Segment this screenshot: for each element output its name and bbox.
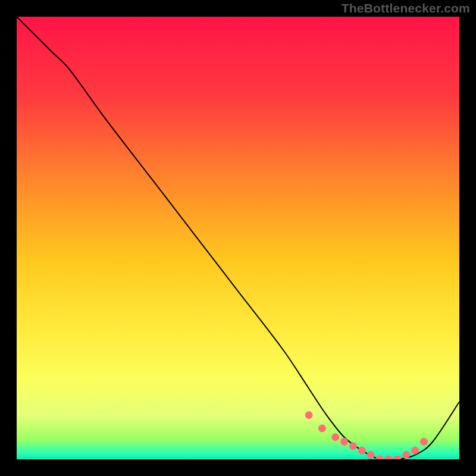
attribution-label: TheBottlenecker.com bbox=[342, 1, 470, 15]
marker-dot bbox=[349, 443, 356, 450]
marker-dot bbox=[341, 438, 348, 445]
marker-dot bbox=[318, 425, 325, 432]
marker-dot bbox=[358, 447, 365, 454]
marker-dot bbox=[332, 434, 339, 441]
background-gradient bbox=[17, 17, 459, 459]
chart-stage: TheBottlenecker.com bbox=[0, 0, 476, 476]
plot-svg bbox=[17, 17, 459, 459]
marker-dot bbox=[367, 452, 374, 459]
plot-area bbox=[17, 17, 459, 459]
marker-dot bbox=[420, 438, 427, 445]
marker-dot bbox=[403, 452, 410, 459]
marker-dot bbox=[305, 412, 312, 419]
marker-dot bbox=[412, 447, 419, 454]
